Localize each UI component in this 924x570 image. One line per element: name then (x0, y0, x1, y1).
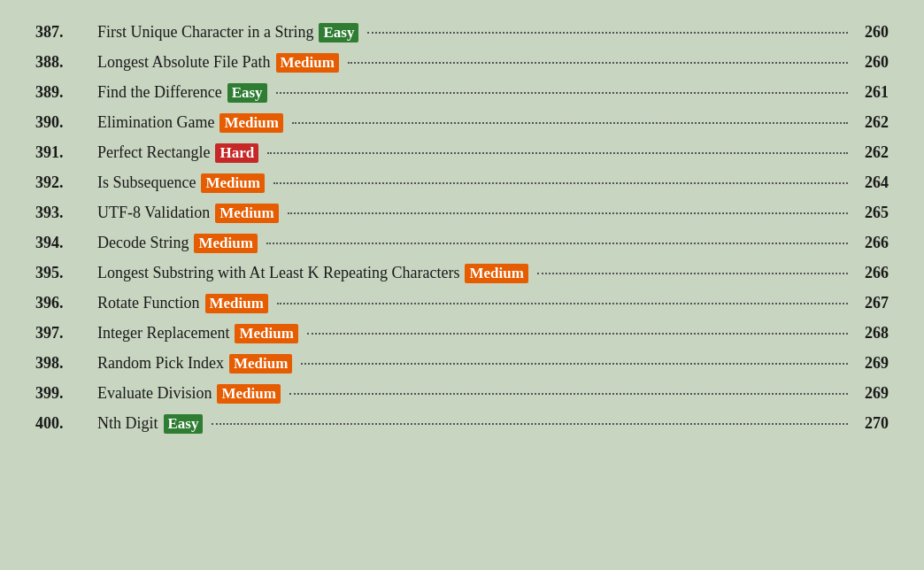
dot-separator (292, 122, 848, 124)
difficulty-badge: Medium (201, 173, 264, 193)
problem-title: Evaluate Division (97, 384, 212, 403)
problem-content: Longest Substring with At Least K Repeat… (97, 264, 889, 283)
problem-title: Longest Substring with At Least K Repeat… (97, 264, 459, 282)
dot-separator (212, 423, 848, 425)
dot-separator (288, 212, 848, 214)
table-row: 397.Integer ReplacementMedium268 (35, 319, 889, 349)
problem-title: UTF-8 Validation (97, 204, 210, 222)
page-number: 260 (853, 23, 889, 42)
problem-content: Elimination GameMedium262 (97, 113, 889, 133)
problem-title: Elimination Game (97, 113, 214, 132)
table-row: 387.First Unique Character in a StringEa… (35, 18, 889, 48)
problem-content: Evaluate DivisionMedium269 (97, 384, 889, 404)
table-row: 393.UTF-8 ValidationMedium265 (35, 198, 889, 228)
problem-content: Integer ReplacementMedium268 (97, 324, 889, 343)
difficulty-badge: Medium (194, 234, 257, 253)
problem-content: Find the DifferenceEasy261 (97, 83, 889, 103)
problem-title: Random Pick Index (97, 354, 224, 373)
page-number: 264 (853, 173, 889, 192)
problem-content: Nth DigitEasy270 (97, 414, 889, 434)
page-number: 267 (853, 294, 889, 312)
problem-number: 395. (35, 264, 97, 282)
difficulty-badge: Easy (319, 23, 358, 42)
page-number: 262 (853, 143, 889, 162)
dot-separator (307, 333, 848, 335)
page-number: 269 (853, 354, 889, 373)
problem-number: 400. (35, 414, 97, 433)
problem-content: First Unique Character in a StringEasy26… (97, 23, 889, 42)
dot-separator (301, 363, 848, 365)
table-row: 394.Decode StringMedium266 (35, 228, 889, 258)
difficulty-badge: Medium (217, 384, 280, 404)
problem-content: UTF-8 ValidationMedium265 (97, 204, 889, 223)
difficulty-badge: Medium (276, 53, 339, 73)
difficulty-badge: Medium (219, 113, 282, 133)
page-number: 261 (853, 83, 889, 102)
page-number: 269 (853, 384, 889, 403)
dot-separator (266, 243, 848, 244)
problem-title: Is Subsequence (97, 173, 196, 192)
problem-title: Find the Difference (97, 83, 222, 102)
page-number: 262 (853, 113, 889, 132)
table-row: 399.Evaluate DivisionMedium269 (35, 379, 889, 409)
problem-number: 396. (35, 294, 97, 312)
difficulty-badge: Medium (215, 204, 278, 223)
problem-title: Integer Replacement (97, 324, 229, 343)
table-row: 388.Longest Absolute File PathMedium260 (35, 48, 889, 78)
table-row: 396.Rotate FunctionMedium267 (35, 289, 889, 319)
dot-separator (273, 182, 848, 184)
page-number: 265 (853, 204, 889, 222)
dot-separator (367, 32, 848, 34)
table-row: 390.Elimination GameMedium262 (35, 108, 889, 138)
problem-title: Perfect Rectangle (97, 143, 210, 162)
problem-number: 387. (35, 23, 97, 42)
problem-content: Perfect RectangleHard262 (97, 143, 889, 163)
problem-content: Is SubsequenceMedium264 (97, 173, 889, 193)
difficulty-badge: Medium (205, 294, 268, 313)
problem-number: 389. (35, 83, 97, 102)
problem-title: First Unique Character in a String (97, 23, 313, 42)
table-row: 389.Find the DifferenceEasy261 (35, 78, 889, 108)
difficulty-badge: Easy (164, 414, 204, 434)
page-number: 268 (853, 324, 889, 343)
page-number: 266 (853, 234, 889, 252)
difficulty-badge: Medium (229, 354, 292, 374)
problem-content: Decode StringMedium266 (97, 234, 889, 253)
page-number: 260 (853, 53, 889, 72)
page-number: 266 (853, 264, 889, 282)
dot-separator (277, 303, 848, 304)
dot-separator (348, 62, 848, 64)
difficulty-badge: Hard (215, 143, 258, 163)
problem-content: Longest Absolute File PathMedium260 (97, 53, 889, 73)
difficulty-badge: Easy (227, 83, 267, 103)
difficulty-badge: Medium (235, 324, 297, 343)
dot-separator (289, 393, 848, 395)
problem-number: 394. (35, 234, 97, 252)
problem-number: 399. (35, 384, 97, 403)
table-row: 398.Random Pick IndexMedium269 (35, 349, 889, 379)
problem-number: 393. (35, 204, 97, 222)
table-row: 395.Longest Substring with At Least K Re… (35, 258, 889, 289)
problem-title: Longest Absolute File Path (97, 53, 271, 72)
table-row: 391.Perfect RectangleHard262 (35, 138, 889, 168)
table-row: 392.Is SubsequenceMedium264 (35, 168, 889, 198)
dot-separator (537, 273, 848, 274)
dot-separator (276, 92, 848, 94)
problem-number: 391. (35, 143, 97, 162)
table-row: 400.Nth DigitEasy270 (35, 409, 889, 439)
problem-list: 387.First Unique Character in a StringEa… (35, 18, 889, 439)
difficulty-badge: Medium (465, 264, 527, 283)
problem-title: Decode String (97, 234, 189, 252)
problem-content: Rotate FunctionMedium267 (97, 294, 889, 313)
problem-number: 392. (35, 173, 97, 192)
problem-content: Random Pick IndexMedium269 (97, 354, 889, 374)
page-number: 270 (853, 414, 889, 433)
problem-title: Rotate Function (97, 294, 200, 312)
problem-number: 397. (35, 324, 97, 343)
problem-number: 390. (35, 113, 97, 132)
problem-number: 398. (35, 354, 97, 373)
problem-number: 388. (35, 53, 97, 72)
dot-separator (267, 152, 848, 154)
problem-title: Nth Digit (97, 414, 158, 433)
